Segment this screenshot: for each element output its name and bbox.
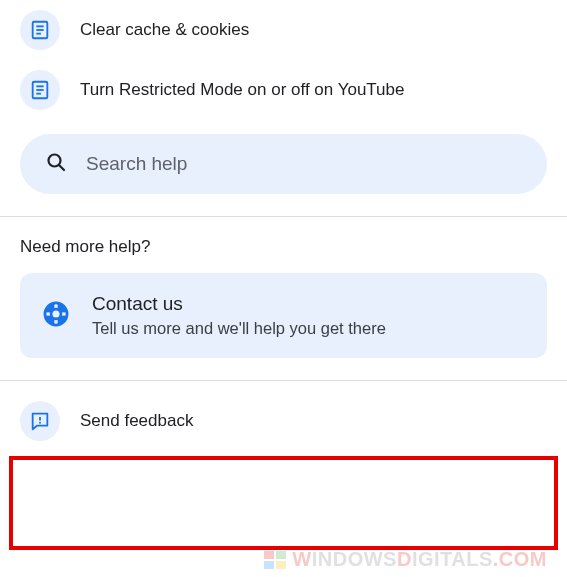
- help-item-restricted-mode[interactable]: Turn Restricted Mode on or off on YouTub…: [0, 60, 567, 120]
- feedback-label: Send feedback: [80, 411, 193, 431]
- watermark: WINDOWSDIGITALS.COM: [264, 548, 547, 571]
- svg-line-9: [59, 165, 64, 170]
- svg-rect-24: [264, 561, 274, 569]
- help-item-label: Turn Restricted Mode on or off on YouTub…: [80, 80, 404, 100]
- contact-subtitle: Tell us more and we'll help you get ther…: [92, 319, 386, 338]
- contact-us-card[interactable]: Contact us Tell us more and we'll help y…: [20, 273, 547, 358]
- highlight-annotation: [9, 456, 558, 550]
- svg-rect-22: [264, 551, 274, 559]
- send-feedback-item[interactable]: Send feedback: [0, 391, 567, 451]
- search-container: [20, 134, 547, 194]
- svg-point-21: [39, 422, 41, 424]
- support-icon: [42, 300, 70, 332]
- help-item-label: Clear cache & cookies: [80, 20, 249, 40]
- article-icon: [20, 70, 60, 110]
- search-box[interactable]: [20, 134, 547, 194]
- search-input[interactable]: [86, 153, 523, 175]
- contact-text: Contact us Tell us more and we'll help y…: [92, 293, 386, 338]
- svg-rect-25: [276, 561, 286, 569]
- svg-rect-23: [276, 551, 286, 559]
- contact-title: Contact us: [92, 293, 386, 315]
- article-icon: [20, 10, 60, 50]
- search-icon: [44, 150, 68, 178]
- need-more-help-header: Need more help?: [0, 217, 567, 273]
- help-item-clear-cache[interactable]: Clear cache & cookies: [0, 0, 567, 60]
- feedback-icon: [20, 401, 60, 441]
